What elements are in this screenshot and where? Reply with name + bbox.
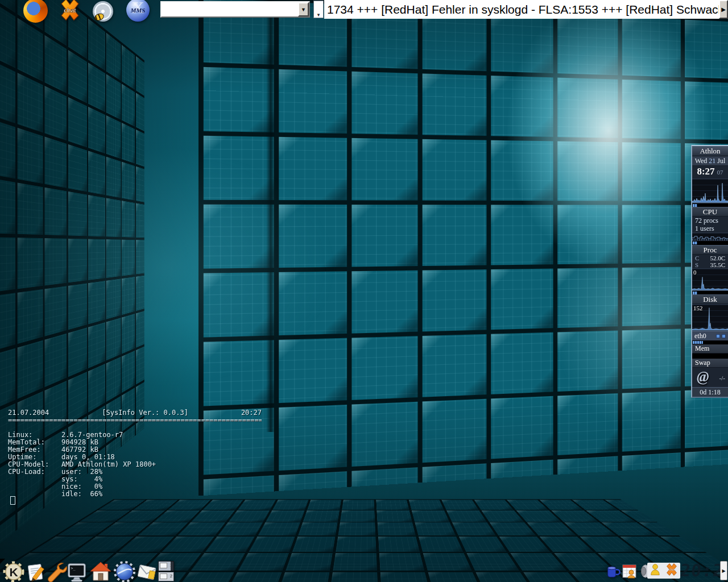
eth0-leds [716,334,726,338]
desktop: chat X MMS ▼ ▾ 1734 +++ [RedHat] Fehler … [0,0,728,582]
sysinfo-overlay: 21.07.2004 [SysInfo Ver.: 0.0.3] 20:27 =… [8,409,262,498]
sysinfo-body: Linux: 2.6.7-gentoo-r7 MemTotal: 904928 … [8,431,262,498]
kmenu-letter: K [9,566,18,579]
pager-1-number: 1 [170,563,172,567]
konqueror-icon[interactable] [113,560,136,582]
mem-label: Mem [692,344,728,354]
uptime-display: 0d 1:18 [692,387,728,397]
gkrellm-clock: 8:27 07 [692,166,728,178]
sysinfo-header: 21.07.2004 [SysInfo Ver.: 0.0.3] 20:27 [8,409,262,417]
pager-window-thumb [160,573,167,579]
spinner-down-icon[interactable]: ▾ [317,12,320,18]
gaim-tray-icon[interactable] [648,562,662,579]
xchat-label: chat [64,7,76,14]
ticker-spinner[interactable]: ▾ [313,1,324,18]
pager-2-number: 2 [170,574,172,578]
taskbar-clock[interactable]: 20:27 [679,562,721,580]
tools-wrench-icon[interactable] [44,560,67,582]
eth0-tx-led [722,334,726,338]
wallpaper-corner [266,0,275,432]
panel-edge-button[interactable]: ▶ [720,561,727,580]
cpu-chart [692,178,728,203]
combobox-dropdown-icon[interactable]: ▼ [298,2,309,16]
pager-desktop-2[interactable]: 2 [158,572,174,582]
wallpaper-back-wall [198,0,728,496]
disk-zero-chart: 0 [692,268,728,290]
eth0-panel: eth0 [692,331,728,340]
temp-sys-key: S [695,261,698,268]
konsole-icon[interactable]: >_ [65,562,89,582]
home-icon[interactable] [89,560,113,582]
swap-label: Swap [692,359,728,368]
xmms-label: MMS [131,7,146,14]
clock-seconds: 07 [717,169,723,176]
disk-label: Disk [692,294,728,304]
sysinfo-date: 21.07.2004 [8,409,49,417]
gkrellm-date: Wed 21 Jul [692,156,728,166]
url-combobox[interactable]: ▼ [160,1,310,18]
xchat-tray-label: chat [669,568,675,571]
kwrite-icon[interactable] [25,562,47,582]
mug-tray-icon[interactable] [605,564,621,580]
xchat-tray-icon[interactable]: chat [664,562,679,579]
swap-panel: @ -/- [692,368,728,387]
procs-count: 72 procs [692,217,728,225]
kmenu-icon[interactable]: K [2,560,25,582]
temp-cpu-value: 52.0C [710,255,725,261]
clock-hm: 8:27 [697,166,714,177]
disk-chart: 152 [692,304,728,331]
combobox-value[interactable] [162,2,298,16]
xchat-icon[interactable]: chat [57,0,83,23]
organizer-tray-icon[interactable] [621,563,638,580]
cd-burner-icon[interactable] [93,1,113,22]
gkrellm-monitor: Athlon Wed 21 Jul 8:27 07 CPU 72 procs 1… [691,145,728,398]
system-tray: chat [647,563,680,579]
proc-krell [692,241,728,245]
sysinfo-title: [SysInfo Ver.: 0.0.3] [49,409,241,417]
swap-rate: -/- [719,375,725,381]
swap-at-logo: @ [697,368,709,385]
ticker-next-button[interactable]: ▶ [719,0,728,19]
temp-sys-value: 35.5C [710,261,725,268]
proc-chart [692,232,728,241]
pager-desktop-1[interactable]: 1 [158,561,174,571]
temp-cpu-key: C [695,255,699,261]
news-ticker-text: 1734 +++ [RedHat] Fehler in sysklogd - F… [324,3,719,16]
sysinfo-time: 20:27 [241,409,262,417]
sysinfo-separator: ========================================… [8,417,262,424]
mem-meter [692,354,728,359]
pager-window-thumb [160,563,167,568]
users-count: 1 users [692,225,728,232]
eth0-label: eth0 [694,332,706,340]
proc-label: Proc [692,245,728,255]
terminal-cursor [10,496,15,505]
desktop-pager: 1 2 [158,561,174,581]
temp-sys-row: S 35.5C [692,261,728,268]
eth0-rx-led [716,334,720,338]
disk-krell [692,291,728,295]
date-day: 21 [709,157,715,165]
temp-cpu-row: C 52.0C [692,255,728,261]
konsole-prompt: >_ [71,566,76,571]
news-ticker[interactable]: 1734 +++ [RedHat] Fehler in sysklogd - F… [324,0,719,19]
cpu-label: CPU [692,207,728,217]
kmail-icon[interactable] [135,562,159,582]
mem-krell [692,340,728,344]
cpu-krell [692,203,728,207]
gkrellm-hostname: Athlon [692,146,728,156]
date-dow: Wed [695,157,708,165]
date-month: Jul [717,157,725,165]
